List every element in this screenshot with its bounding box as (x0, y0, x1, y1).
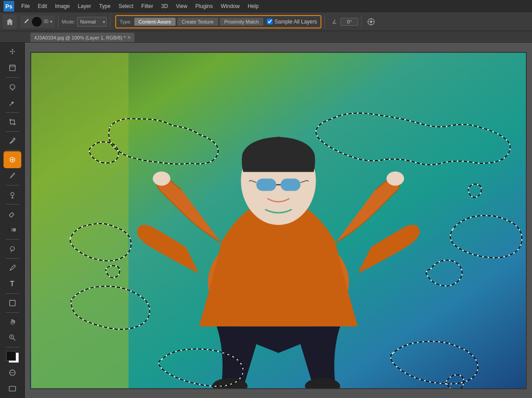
tool-separator-8 (6, 258, 19, 259)
menu-3d[interactable]: 3D (157, 2, 171, 10)
tool-crop[interactable] (4, 114, 20, 130)
tool-separator-3 (6, 131, 19, 132)
menu-file[interactable]: File (18, 2, 33, 10)
left-toolbar: T (0, 43, 25, 398)
menu-type[interactable]: Type (95, 2, 114, 10)
tool-artboard[interactable] (4, 60, 20, 75)
menu-help[interactable]: Help (244, 2, 262, 10)
menubar: Ps File Edit Image Layer Type Select Fil… (0, 0, 532, 12)
sample-all-layers-checkbox[interactable] (267, 19, 273, 24)
svg-point-30 (387, 171, 404, 185)
menu-select[interactable]: Select (115, 2, 137, 10)
tool-separator-5 (6, 185, 19, 185)
tool-separator-2 (6, 112, 19, 113)
svg-rect-6 (9, 65, 15, 71)
sample-all-layers-label: Sample All Layers (274, 19, 317, 25)
tool-separator-7 (6, 239, 19, 240)
svg-rect-21 (9, 386, 15, 391)
menu-edit[interactable]: Edit (34, 2, 51, 10)
app-logo: Ps (4, 1, 14, 12)
tool-magic-wand[interactable] (4, 95, 20, 110)
separator-1 (58, 16, 59, 28)
tool-type[interactable]: T (4, 276, 20, 292)
separator-3 (325, 16, 325, 28)
mode-label: Mode: (62, 19, 75, 24)
create-texture-button[interactable]: Create Texture (177, 18, 218, 26)
mode-select[interactable]: Normal Multiply Screen Replace Lighten D… (77, 17, 107, 27)
svg-rect-11 (9, 213, 14, 217)
tab-label: 4J3A0334.jpg @ 100% (Layer 1, RGB/8) * (34, 35, 125, 40)
home-button[interactable] (3, 15, 17, 29)
tool-brush[interactable] (4, 168, 20, 183)
tool-pen[interactable] (4, 260, 20, 276)
tool-gradient[interactable] (4, 222, 20, 237)
tool-separator-6 (6, 204, 19, 205)
separator-2 (110, 16, 110, 28)
tool-zoom[interactable] (4, 330, 20, 345)
menu-filter[interactable]: Filter (138, 2, 157, 10)
tool-eyedropper[interactable] (4, 134, 20, 149)
menu-image[interactable]: Image (51, 2, 73, 10)
svg-point-13 (10, 246, 14, 250)
angle-icon: ∠ (330, 17, 339, 26)
tool-separator-10 (6, 312, 19, 313)
quick-mask-button[interactable] (4, 365, 20, 380)
svg-point-8 (12, 103, 12, 104)
tab-bar: 4J3A0334.jpg @ 100% (Layer 1, RGB/8) * ✕ (0, 31, 532, 43)
svg-point-29 (153, 171, 171, 185)
tool-separator-9 (6, 293, 19, 294)
separator-4 (361, 16, 362, 28)
svg-point-10 (11, 193, 14, 196)
tool-clone-stamp[interactable] (4, 187, 20, 202)
brush-preset-picker[interactable]: 30 ▾ (20, 16, 55, 28)
color-swatch[interactable] (4, 349, 20, 364)
proximity-match-button[interactable]: Proximity Match (220, 18, 263, 26)
svg-line-17 (13, 339, 15, 341)
svg-rect-15 (9, 300, 15, 306)
menu-window[interactable]: Window (217, 2, 243, 10)
mode-select-wrapper: Normal Multiply Screen Replace Lighten D… (77, 17, 107, 27)
tab-close-button[interactable]: ✕ (127, 35, 131, 40)
tool-shape[interactable] (4, 296, 20, 311)
screen-mode-button[interactable] (4, 381, 20, 396)
tool-settings-button[interactable] (365, 16, 377, 28)
tool-lasso[interactable] (4, 79, 20, 95)
options-bar: 30 ▾ Mode: Normal Multiply Screen Replac… (0, 12, 532, 31)
svg-rect-12 (9, 228, 15, 231)
tool-separator-11 (6, 347, 19, 347)
foreground-color (6, 351, 16, 361)
tool-separator-4 (6, 150, 19, 150)
canvas-wrapper (30, 52, 527, 389)
main-area: T (0, 43, 532, 398)
document-tab[interactable]: 4J3A0334.jpg @ 100% (Layer 1, RGB/8) * ✕ (30, 32, 135, 42)
tool-eraser[interactable] (4, 206, 20, 221)
brush-preview (32, 17, 42, 27)
svg-rect-28 (281, 178, 301, 191)
canvas-svg (31, 53, 526, 388)
tool-dodge[interactable] (4, 241, 20, 256)
canvas-area (25, 43, 532, 398)
svg-point-14 (10, 269, 11, 271)
svg-rect-27 (256, 178, 276, 191)
brush-dropdown-arrow: ▾ (50, 19, 52, 24)
angle-input[interactable]: 0° (340, 18, 358, 26)
canvas-image[interactable] (30, 52, 527, 389)
angle-area: ∠ 0° (330, 17, 358, 26)
tool-separator (6, 77, 19, 78)
menu-layer[interactable]: Layer (74, 2, 94, 10)
type-label: Type: (120, 19, 132, 24)
tool-hand[interactable] (4, 314, 20, 329)
mode-area: Mode: Normal Multiply Screen Replace Lig… (62, 17, 107, 27)
menu-plugins[interactable]: Plugins (192, 2, 216, 10)
svg-point-1 (370, 20, 372, 23)
content-aware-button[interactable]: Content-Aware (134, 18, 176, 26)
fill-options-group: Type: Content-Aware Create Texture Proxi… (115, 15, 321, 28)
tool-spot-healing[interactable] (4, 152, 20, 167)
menu-view[interactable]: View (172, 2, 191, 10)
sample-all-layers-area: Sample All Layers (267, 19, 317, 25)
tool-move[interactable] (4, 44, 20, 59)
brush-size-value: 30 (43, 19, 48, 24)
